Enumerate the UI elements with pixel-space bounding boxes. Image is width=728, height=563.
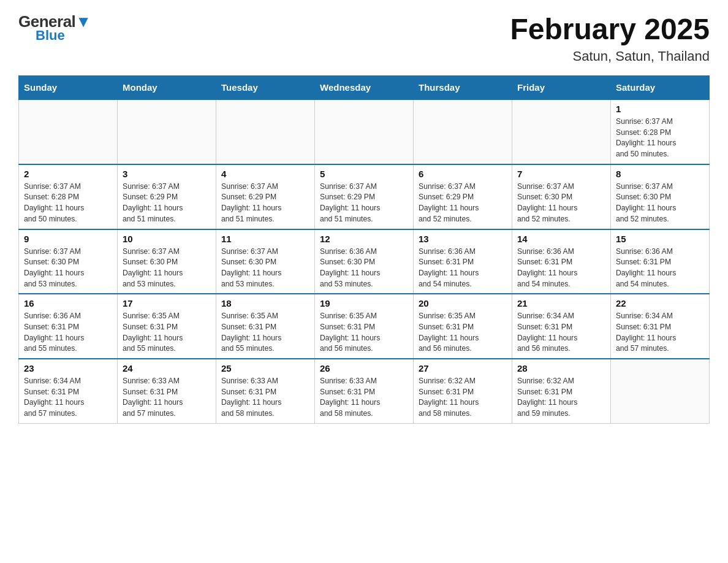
calendar-cell: [315, 99, 414, 164]
header-saturday: Saturday: [611, 76, 710, 100]
day-number: 23: [24, 363, 112, 373]
calendar-cell: 24Sunrise: 6:33 AMSunset: 6:31 PMDayligh…: [118, 359, 216, 423]
day-info: Sunrise: 6:37 AMSunset: 6:28 PMDaylight:…: [616, 117, 704, 160]
day-number: 18: [221, 298, 309, 308]
day-info: Sunrise: 6:32 AMSunset: 6:31 PMDaylight:…: [517, 376, 605, 419]
page-header: General▼ Blue February 2025 Satun, Satun…: [18, 12, 710, 64]
calendar-body: 1Sunrise: 6:37 AMSunset: 6:28 PMDaylight…: [19, 99, 710, 423]
calendar-cell: 11Sunrise: 6:37 AMSunset: 6:30 PMDayligh…: [216, 229, 315, 294]
weekday-row: Sunday Monday Tuesday Wednesday Thursday…: [19, 76, 710, 100]
calendar-cell: 8Sunrise: 6:37 AMSunset: 6:30 PMDaylight…: [611, 164, 710, 229]
calendar-week-row: 1Sunrise: 6:37 AMSunset: 6:28 PMDaylight…: [19, 99, 710, 164]
day-number: 2: [24, 169, 112, 179]
day-number: 17: [123, 298, 211, 308]
calendar-cell: [216, 99, 315, 164]
calendar-cell: 7Sunrise: 6:37 AMSunset: 6:30 PMDaylight…: [512, 164, 611, 229]
calendar-cell: 23Sunrise: 6:34 AMSunset: 6:31 PMDayligh…: [19, 359, 118, 423]
day-number: 16: [24, 298, 112, 308]
day-info: Sunrise: 6:34 AMSunset: 6:31 PMDaylight:…: [616, 311, 704, 354]
day-info: Sunrise: 6:37 AMSunset: 6:30 PMDaylight:…: [24, 247, 112, 290]
calendar-cell: 9Sunrise: 6:37 AMSunset: 6:30 PMDaylight…: [19, 229, 118, 294]
day-number: 9: [24, 234, 112, 244]
day-info: Sunrise: 6:34 AMSunset: 6:31 PMDaylight:…: [24, 376, 112, 419]
calendar-header: Sunday Monday Tuesday Wednesday Thursday…: [19, 76, 710, 100]
calendar-cell: [611, 359, 710, 423]
logo-triangle-icon: ▼: [75, 12, 91, 31]
calendar-subtitle: Satun, Satun, Thailand: [510, 48, 710, 64]
calendar-table: Sunday Monday Tuesday Wednesday Thursday…: [18, 75, 710, 424]
day-number: 19: [320, 298, 408, 308]
calendar-cell: 17Sunrise: 6:35 AMSunset: 6:31 PMDayligh…: [118, 294, 216, 359]
calendar-week-row: 2Sunrise: 6:37 AMSunset: 6:28 PMDaylight…: [19, 164, 710, 229]
day-number: 22: [616, 298, 704, 308]
calendar-cell: 5Sunrise: 6:37 AMSunset: 6:29 PMDaylight…: [315, 164, 414, 229]
day-info: Sunrise: 6:37 AMSunset: 6:30 PMDaylight:…: [616, 182, 704, 225]
day-info: Sunrise: 6:36 AMSunset: 6:31 PMDaylight:…: [419, 247, 507, 290]
calendar-cell: 27Sunrise: 6:32 AMSunset: 6:31 PMDayligh…: [414, 359, 512, 423]
day-info: Sunrise: 6:37 AMSunset: 6:29 PMDaylight:…: [123, 182, 211, 225]
calendar-cell: [512, 99, 611, 164]
calendar-cell: 25Sunrise: 6:33 AMSunset: 6:31 PMDayligh…: [216, 359, 315, 423]
calendar-week-row: 9Sunrise: 6:37 AMSunset: 6:30 PMDaylight…: [19, 229, 710, 294]
day-number: 25: [221, 363, 309, 373]
day-number: 8: [616, 169, 704, 179]
header-wednesday: Wednesday: [315, 76, 414, 100]
day-number: 14: [517, 234, 605, 244]
day-number: 7: [517, 169, 605, 179]
day-number: 15: [616, 234, 704, 244]
day-info: Sunrise: 6:37 AMSunset: 6:29 PMDaylight:…: [419, 182, 507, 225]
header-tuesday: Tuesday: [216, 76, 315, 100]
day-info: Sunrise: 6:33 AMSunset: 6:31 PMDaylight:…: [123, 376, 211, 419]
day-number: 1: [616, 104, 704, 114]
calendar-cell: 21Sunrise: 6:34 AMSunset: 6:31 PMDayligh…: [512, 294, 611, 359]
day-info: Sunrise: 6:35 AMSunset: 6:31 PMDaylight:…: [419, 311, 507, 354]
day-info: Sunrise: 6:36 AMSunset: 6:31 PMDaylight:…: [24, 311, 112, 354]
calendar-cell: 28Sunrise: 6:32 AMSunset: 6:31 PMDayligh…: [512, 359, 611, 423]
calendar-cell: [118, 99, 216, 164]
logo: General▼ Blue: [18, 12, 91, 44]
day-number: 3: [123, 169, 211, 179]
calendar-title: February 2025: [510, 12, 710, 46]
calendar-cell: 3Sunrise: 6:37 AMSunset: 6:29 PMDaylight…: [118, 164, 216, 229]
day-number: 10: [123, 234, 211, 244]
day-info: Sunrise: 6:37 AMSunset: 6:29 PMDaylight:…: [320, 182, 408, 225]
day-info: Sunrise: 6:34 AMSunset: 6:31 PMDaylight:…: [517, 311, 605, 354]
calendar-cell: 26Sunrise: 6:33 AMSunset: 6:31 PMDayligh…: [315, 359, 414, 423]
calendar-cell: 2Sunrise: 6:37 AMSunset: 6:28 PMDaylight…: [19, 164, 118, 229]
day-info: Sunrise: 6:37 AMSunset: 6:30 PMDaylight:…: [221, 247, 309, 290]
day-info: Sunrise: 6:32 AMSunset: 6:31 PMDaylight:…: [419, 376, 507, 419]
day-info: Sunrise: 6:37 AMSunset: 6:29 PMDaylight:…: [221, 182, 309, 225]
calendar-cell: 10Sunrise: 6:37 AMSunset: 6:30 PMDayligh…: [118, 229, 216, 294]
day-info: Sunrise: 6:33 AMSunset: 6:31 PMDaylight:…: [320, 376, 408, 419]
day-number: 28: [517, 363, 605, 373]
header-friday: Friday: [512, 76, 611, 100]
day-info: Sunrise: 6:36 AMSunset: 6:30 PMDaylight:…: [320, 247, 408, 290]
day-info: Sunrise: 6:37 AMSunset: 6:28 PMDaylight:…: [24, 182, 112, 225]
calendar-cell: 1Sunrise: 6:37 AMSunset: 6:28 PMDaylight…: [611, 99, 710, 164]
calendar-cell: 13Sunrise: 6:36 AMSunset: 6:31 PMDayligh…: [414, 229, 512, 294]
day-number: 24: [123, 363, 211, 373]
calendar-week-row: 16Sunrise: 6:36 AMSunset: 6:31 PMDayligh…: [19, 294, 710, 359]
day-info: Sunrise: 6:35 AMSunset: 6:31 PMDaylight:…: [123, 311, 211, 354]
day-number: 27: [419, 363, 507, 373]
day-info: Sunrise: 6:37 AMSunset: 6:30 PMDaylight:…: [517, 182, 605, 225]
calendar-cell: 14Sunrise: 6:36 AMSunset: 6:31 PMDayligh…: [512, 229, 611, 294]
day-info: Sunrise: 6:36 AMSunset: 6:31 PMDaylight:…: [517, 247, 605, 290]
day-info: Sunrise: 6:37 AMSunset: 6:30 PMDaylight:…: [123, 247, 211, 290]
logo-blue-text: Blue: [36, 28, 65, 44]
calendar-cell: 19Sunrise: 6:35 AMSunset: 6:31 PMDayligh…: [315, 294, 414, 359]
day-number: 20: [419, 298, 507, 308]
day-number: 12: [320, 234, 408, 244]
day-number: 11: [221, 234, 309, 244]
calendar-cell: 15Sunrise: 6:36 AMSunset: 6:31 PMDayligh…: [611, 229, 710, 294]
day-number: 21: [517, 298, 605, 308]
calendar-cell: 18Sunrise: 6:35 AMSunset: 6:31 PMDayligh…: [216, 294, 315, 359]
day-info: Sunrise: 6:36 AMSunset: 6:31 PMDaylight:…: [616, 247, 704, 290]
day-info: Sunrise: 6:35 AMSunset: 6:31 PMDaylight:…: [221, 311, 309, 354]
title-block: February 2025 Satun, Satun, Thailand: [510, 12, 710, 64]
calendar-week-row: 23Sunrise: 6:34 AMSunset: 6:31 PMDayligh…: [19, 359, 710, 423]
day-number: 5: [320, 169, 408, 179]
calendar-cell: [19, 99, 118, 164]
day-info: Sunrise: 6:35 AMSunset: 6:31 PMDaylight:…: [320, 311, 408, 354]
header-monday: Monday: [118, 76, 216, 100]
